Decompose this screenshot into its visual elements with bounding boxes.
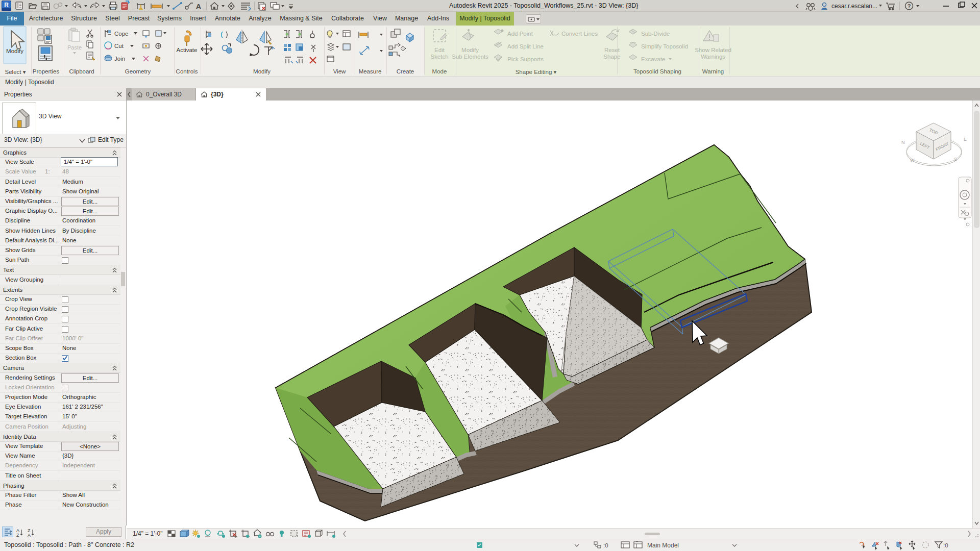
svg-text:Cut: Cut bbox=[114, 43, 124, 49]
svg-text:cesar.r.escalan...: cesar.r.escalan... bbox=[831, 3, 877, 10]
svg-text:Warnings: Warnings bbox=[701, 54, 725, 60]
svg-text:A: A bbox=[196, 2, 202, 11]
svg-text:Sketch: Sketch bbox=[430, 54, 448, 60]
svg-text::0: :0 bbox=[603, 542, 608, 548]
svg-text:Main Model: Main Model bbox=[647, 542, 679, 549]
svg-text:R: R bbox=[4, 2, 9, 9]
svg-text:Simplify Toposolid: Simplify Toposolid bbox=[641, 43, 688, 49]
svg-text:A: A bbox=[28, 533, 31, 538]
svg-text:Join: Join bbox=[114, 56, 125, 62]
svg-text:Edit: Edit bbox=[434, 47, 445, 53]
svg-text:Shape: Shape bbox=[603, 54, 620, 60]
svg-text:N: N bbox=[901, 140, 905, 145]
svg-text:Show Related: Show Related bbox=[695, 47, 731, 53]
svg-text:Sub-Divide: Sub-Divide bbox=[641, 31, 670, 37]
svg-text:W: W bbox=[910, 158, 915, 163]
svg-text:Convert Lines: Convert Lines bbox=[561, 31, 598, 37]
svg-text:Activate: Activate bbox=[177, 47, 198, 53]
svg-text:Add Point: Add Point bbox=[507, 31, 533, 37]
svg-text:Excavate: Excavate bbox=[641, 56, 665, 62]
svg-text:Reset: Reset bbox=[604, 47, 620, 53]
svg-text:Modify: Modify bbox=[6, 48, 23, 54]
svg-text:?: ? bbox=[908, 3, 911, 9]
svg-text::0: :0 bbox=[943, 542, 948, 548]
svg-text:Sub Elements: Sub Elements bbox=[452, 54, 488, 60]
svg-text:E: E bbox=[964, 137, 967, 142]
svg-text:Add Split Line: Add Split Line bbox=[507, 43, 544, 49]
svg-text:Pick Supports: Pick Supports bbox=[507, 56, 544, 62]
svg-text:Cope: Cope bbox=[114, 31, 129, 37]
svg-text:Z: Z bbox=[16, 533, 19, 538]
svg-text:Paste: Paste bbox=[67, 44, 82, 51]
svg-text:S: S bbox=[954, 157, 957, 162]
svg-text:Modify: Modify bbox=[461, 47, 479, 53]
